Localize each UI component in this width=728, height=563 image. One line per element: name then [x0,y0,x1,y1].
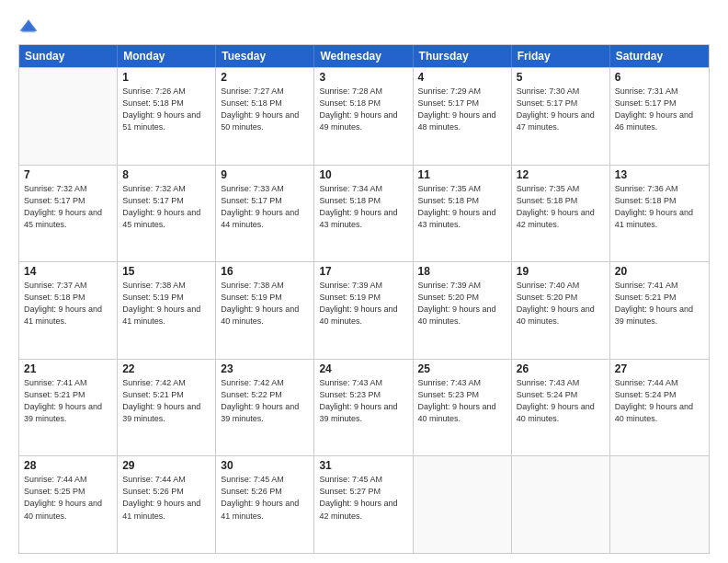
day-info: Sunrise: 7:45 AMSunset: 5:26 PMDaylight:… [221,474,309,522]
cal-cell-3-5: 18Sunrise: 7:39 AMSunset: 5:20 PMDayligh… [414,262,512,359]
day-info: Sunrise: 7:43 AMSunset: 5:23 PMDaylight:… [418,377,506,425]
day-info: Sunrise: 7:43 AMSunset: 5:24 PMDaylight:… [517,377,605,425]
day-number: 5 [517,71,605,84]
day-number: 17 [319,265,407,278]
day-number: 16 [221,265,309,278]
day-info: Sunrise: 7:44 AMSunset: 5:24 PMDaylight:… [615,377,704,425]
day-number: 15 [122,265,210,278]
cal-cell-4-4: 24Sunrise: 7:43 AMSunset: 5:23 PMDayligh… [314,360,413,456]
day-number: 10 [319,168,407,181]
cal-header-thursday: Thursday [414,45,512,67]
day-info: Sunrise: 7:39 AMSunset: 5:20 PMDaylight:… [418,280,506,327]
cal-cell-1-6: 5Sunrise: 7:30 AMSunset: 5:17 PMDaylight… [512,68,610,165]
calendar-header-row: SundayMondayTuesdayWednesdayThursdayFrid… [19,45,709,67]
day-number: 24 [319,362,407,375]
day-number: 22 [122,362,210,375]
cal-cell-4-5: 25Sunrise: 7:43 AMSunset: 5:23 PMDayligh… [414,360,512,456]
cal-header-sunday: Sunday [19,45,118,67]
cal-cell-2-1: 7Sunrise: 7:32 AMSunset: 5:17 PMDaylight… [19,166,118,262]
cal-week-2: 7Sunrise: 7:32 AMSunset: 5:17 PMDaylight… [19,165,709,262]
cal-header-friday: Friday [512,45,610,67]
cal-cell-4-7: 27Sunrise: 7:44 AMSunset: 5:24 PMDayligh… [610,360,709,456]
day-number: 25 [418,362,506,375]
day-number: 29 [122,459,210,472]
day-number: 3 [319,71,407,84]
logo [18,17,42,37]
cal-cell-1-1 [19,68,118,165]
page: SundayMondayTuesdayWednesdayThursdayFrid… [0,0,728,563]
day-number: 9 [221,168,309,181]
day-info: Sunrise: 7:45 AMSunset: 5:27 PMDaylight:… [319,474,407,522]
cal-cell-4-1: 21Sunrise: 7:41 AMSunset: 5:21 PMDayligh… [19,360,118,456]
day-info: Sunrise: 7:33 AMSunset: 5:17 PMDaylight:… [221,183,309,231]
cal-week-3: 14Sunrise: 7:37 AMSunset: 5:18 PMDayligh… [19,261,709,359]
day-number: 8 [122,168,210,181]
cal-cell-3-7: 20Sunrise: 7:41 AMSunset: 5:21 PMDayligh… [610,262,709,359]
day-info: Sunrise: 7:41 AMSunset: 5:21 PMDaylight:… [24,377,112,425]
cal-cell-4-3: 23Sunrise: 7:42 AMSunset: 5:22 PMDayligh… [216,360,314,456]
cal-cell-1-3: 2Sunrise: 7:27 AMSunset: 5:18 PMDaylight… [216,68,314,165]
cal-cell-3-3: 16Sunrise: 7:38 AMSunset: 5:19 PMDayligh… [216,262,314,359]
cal-header-monday: Monday [118,45,216,67]
cal-week-5: 28Sunrise: 7:44 AMSunset: 5:25 PMDayligh… [19,455,709,553]
cal-cell-5-6 [512,456,610,553]
cal-header-tuesday: Tuesday [216,45,314,67]
cal-cell-1-4: 3Sunrise: 7:28 AMSunset: 5:18 PMDaylight… [314,68,413,165]
day-number: 30 [221,459,309,472]
day-number: 13 [615,168,704,181]
day-info: Sunrise: 7:32 AMSunset: 5:17 PMDaylight:… [122,183,210,231]
cal-cell-2-5: 11Sunrise: 7:35 AMSunset: 5:18 PMDayligh… [414,166,512,262]
cal-week-4: 21Sunrise: 7:41 AMSunset: 5:21 PMDayligh… [19,359,709,456]
cal-cell-5-4: 31Sunrise: 7:45 AMSunset: 5:27 PMDayligh… [314,456,413,553]
cal-header-saturday: Saturday [610,45,709,67]
day-number: 1 [122,71,210,84]
day-info: Sunrise: 7:36 AMSunset: 5:18 PMDaylight:… [615,183,704,231]
day-info: Sunrise: 7:32 AMSunset: 5:17 PMDaylight:… [24,183,112,231]
day-info: Sunrise: 7:39 AMSunset: 5:19 PMDaylight:… [319,280,407,327]
logo-icon [18,17,39,37]
day-number: 18 [418,265,506,278]
day-number: 11 [418,168,506,181]
day-info: Sunrise: 7:26 AMSunset: 5:18 PMDaylight:… [122,86,210,133]
cal-week-1: 1Sunrise: 7:26 AMSunset: 5:18 PMDaylight… [19,67,709,165]
day-number: 2 [221,71,309,84]
day-number: 20 [615,265,704,278]
cal-cell-5-1: 28Sunrise: 7:44 AMSunset: 5:25 PMDayligh… [19,456,118,553]
day-number: 23 [221,362,309,375]
cal-cell-1-7: 6Sunrise: 7:31 AMSunset: 5:17 PMDaylight… [610,68,709,165]
cal-cell-2-3: 9Sunrise: 7:33 AMSunset: 5:17 PMDaylight… [216,166,314,262]
cal-cell-2-4: 10Sunrise: 7:34 AMSunset: 5:18 PMDayligh… [314,166,413,262]
cal-cell-3-1: 14Sunrise: 7:37 AMSunset: 5:18 PMDayligh… [19,262,118,359]
day-info: Sunrise: 7:43 AMSunset: 5:23 PMDaylight:… [319,377,407,425]
day-number: 4 [418,71,506,84]
cal-header-wednesday: Wednesday [314,45,413,67]
day-info: Sunrise: 7:31 AMSunset: 5:17 PMDaylight:… [615,86,704,133]
day-number: 28 [24,459,112,472]
day-number: 12 [517,168,605,181]
day-info: Sunrise: 7:29 AMSunset: 5:17 PMDaylight:… [418,86,506,133]
header [18,17,710,37]
day-number: 7 [24,168,112,181]
cal-cell-5-5 [414,456,512,553]
day-info: Sunrise: 7:44 AMSunset: 5:25 PMDaylight:… [24,474,112,522]
day-info: Sunrise: 7:40 AMSunset: 5:20 PMDaylight:… [517,280,605,327]
day-info: Sunrise: 7:44 AMSunset: 5:26 PMDaylight:… [122,474,210,522]
day-info: Sunrise: 7:37 AMSunset: 5:18 PMDaylight:… [24,280,112,327]
day-info: Sunrise: 7:38 AMSunset: 5:19 PMDaylight:… [122,280,210,327]
cal-cell-4-2: 22Sunrise: 7:42 AMSunset: 5:21 PMDayligh… [118,360,216,456]
day-info: Sunrise: 7:42 AMSunset: 5:22 PMDaylight:… [221,377,309,425]
day-info: Sunrise: 7:35 AMSunset: 5:18 PMDaylight:… [418,183,506,231]
cal-cell-4-6: 26Sunrise: 7:43 AMSunset: 5:24 PMDayligh… [512,360,610,456]
cal-cell-5-7 [610,456,709,553]
cal-cell-3-2: 15Sunrise: 7:38 AMSunset: 5:19 PMDayligh… [118,262,216,359]
day-info: Sunrise: 7:35 AMSunset: 5:18 PMDaylight:… [517,183,605,231]
day-number: 19 [517,265,605,278]
cal-cell-2-6: 12Sunrise: 7:35 AMSunset: 5:18 PMDayligh… [512,166,610,262]
cal-cell-3-4: 17Sunrise: 7:39 AMSunset: 5:19 PMDayligh… [314,262,413,359]
cal-cell-5-3: 30Sunrise: 7:45 AMSunset: 5:26 PMDayligh… [216,456,314,553]
day-info: Sunrise: 7:28 AMSunset: 5:18 PMDaylight:… [319,86,407,133]
calendar-body: 1Sunrise: 7:26 AMSunset: 5:18 PMDaylight… [19,67,709,553]
day-info: Sunrise: 7:30 AMSunset: 5:17 PMDaylight:… [517,86,605,133]
day-info: Sunrise: 7:38 AMSunset: 5:19 PMDaylight:… [221,280,309,327]
day-number: 31 [319,459,407,472]
